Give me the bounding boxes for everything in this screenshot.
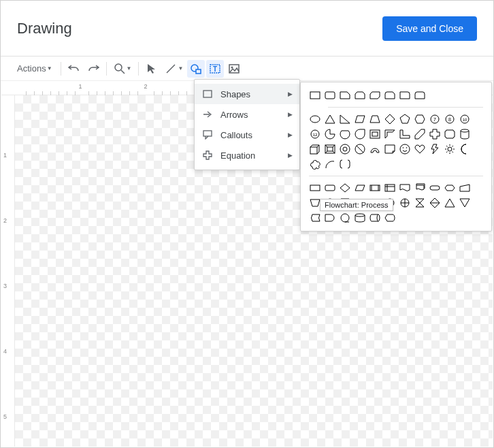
shape-flowchart-alt-process[interactable]: [324, 182, 336, 194]
ruler-mark: 4: [3, 348, 7, 355]
shape-flowchart-internal-storage[interactable]: [384, 182, 396, 194]
shape-arc[interactable]: [324, 158, 336, 170]
menu-item-callouts[interactable]: Callouts ▶: [195, 125, 299, 145]
shape-heart[interactable]: [414, 143, 426, 155]
image-tool-button[interactable]: [225, 60, 243, 78]
svg-rect-27: [327, 147, 333, 151]
shape-round-same[interactable]: [414, 89, 426, 101]
shape-flowchart-seq-access[interactable]: [339, 212, 351, 224]
shape-flowchart-predefined[interactable]: [369, 182, 381, 194]
shape-cube[interactable]: [309, 143, 321, 155]
shape-flowchart-display[interactable]: [384, 212, 396, 224]
svg-point-24: [461, 129, 469, 132]
rect-icon: [201, 88, 214, 100]
line-tool-button[interactable]: ▼: [162, 60, 186, 78]
zoom-button[interactable]: ▼: [111, 60, 135, 78]
menu-item-shapes[interactable]: Shapes ▶: [195, 84, 299, 104]
shape-cross[interactable]: [429, 128, 441, 140]
shape-teardrop[interactable]: [354, 128, 366, 140]
shape-l-shape[interactable]: [399, 128, 411, 140]
shape-folded-corner[interactable]: [384, 143, 396, 155]
shape-flowchart-delay[interactable]: [324, 212, 336, 224]
shape-flowchart-stored-data[interactable]: [309, 212, 321, 224]
shape-decagon[interactable]: 10: [459, 113, 471, 125]
shape-octagon[interactable]: 8: [444, 113, 456, 125]
cursor-icon: [146, 63, 158, 75]
shape-flowchart-process[interactable]: [309, 182, 321, 194]
shape-flowchart-merge[interactable]: [459, 197, 471, 209]
menu-label: Shapes: [220, 89, 250, 99]
svg-rect-36: [310, 185, 320, 191]
shape-no-symbol[interactable]: [354, 143, 366, 155]
shape-pie[interactable]: [324, 128, 336, 140]
shape-oval[interactable]: [309, 113, 321, 125]
shape-dodecagon[interactable]: 12: [309, 128, 321, 140]
shape-flowchart-decision[interactable]: [339, 182, 351, 194]
ruler-mark: 1: [78, 83, 82, 90]
redo-button[interactable]: [84, 60, 102, 78]
shape-flowchart-manual-input[interactable]: [459, 182, 471, 194]
textbox-tool-button[interactable]: T: [206, 60, 224, 78]
redo-icon: [87, 63, 99, 75]
shape-rounded-rect[interactable]: [324, 89, 336, 101]
undo-button[interactable]: [65, 60, 83, 78]
svg-point-35: [448, 147, 452, 151]
shape-flowchart-terminator[interactable]: [429, 182, 441, 194]
svg-text:10: 10: [463, 118, 467, 122]
svg-text:12: 12: [313, 133, 318, 137]
vertical-ruler: 1 2 3 4 5: [1, 95, 15, 447]
shape-flowchart-collate[interactable]: [414, 197, 426, 209]
shape-flowchart-magnetic-disk[interactable]: [354, 212, 366, 224]
shape-tool-button[interactable]: [187, 60, 205, 78]
shape-flowchart-preparation[interactable]: [444, 182, 456, 194]
select-tool-button[interactable]: [143, 60, 161, 78]
save-and-close-button[interactable]: Save and Close: [382, 16, 477, 41]
svg-text:7: 7: [433, 117, 436, 122]
plus-icon: [201, 149, 214, 161]
shape-chord[interactable]: [339, 128, 351, 140]
shape-flowchart-or[interactable]: [399, 197, 411, 209]
shape-heptagon[interactable]: 7: [429, 113, 441, 125]
shape-frame[interactable]: [369, 128, 381, 140]
shape-diagonal-stripe[interactable]: [414, 128, 426, 140]
shape-cloud[interactable]: [309, 158, 321, 170]
shape-flowchart-extract[interactable]: [444, 197, 456, 209]
shape-snip-round[interactable]: [384, 89, 396, 101]
menu-item-equation[interactable]: Equation ▶: [195, 145, 299, 165]
shape-moon[interactable]: [459, 143, 471, 155]
shape-diamond[interactable]: [384, 113, 396, 125]
ruler-mark: 3: [3, 283, 7, 289]
shape-donut[interactable]: [339, 143, 351, 155]
shape-triangle[interactable]: [324, 113, 336, 125]
submenu-arrow-icon: ▶: [288, 111, 293, 118]
shape-trapezoid[interactable]: [369, 113, 381, 125]
shape-rectangle[interactable]: [309, 89, 321, 101]
shape-bracket-pair[interactable]: [339, 158, 351, 170]
shape-hexagon[interactable]: [414, 113, 426, 125]
shape-snip-diag[interactable]: [369, 89, 381, 101]
svg-rect-12: [325, 92, 335, 99]
shape-round-single[interactable]: [399, 89, 411, 101]
shape-bevel[interactable]: [324, 143, 336, 155]
shape-block-arc[interactable]: [369, 143, 381, 155]
shape-half-frame[interactable]: [384, 128, 396, 140]
shape-snip-single[interactable]: [339, 89, 351, 101]
shape-flowchart-direct-access[interactable]: [369, 212, 381, 224]
shape-pentagon[interactable]: [399, 113, 411, 125]
shape-flowchart-multidocument[interactable]: [414, 182, 426, 194]
shape-smiley[interactable]: [399, 143, 411, 155]
menu-item-arrows[interactable]: Arrows ▶: [195, 104, 299, 125]
menu-label: Arrows: [220, 110, 248, 120]
shape-flowchart-document[interactable]: [399, 182, 411, 194]
shape-plaque[interactable]: [444, 128, 456, 140]
shape-snip-same[interactable]: [354, 89, 366, 101]
shape-can[interactable]: [459, 128, 471, 140]
shape-sun[interactable]: [444, 143, 456, 155]
shape-flowchart-sort[interactable]: [429, 197, 441, 209]
shape-lightning[interactable]: [429, 143, 441, 155]
shape-right-triangle[interactable]: [339, 113, 351, 125]
actions-menu-button[interactable]: Actions▼: [13, 60, 56, 78]
shape-parallelogram[interactable]: [354, 113, 366, 125]
svg-point-13: [310, 116, 320, 123]
shape-flowchart-data[interactable]: [354, 182, 366, 194]
